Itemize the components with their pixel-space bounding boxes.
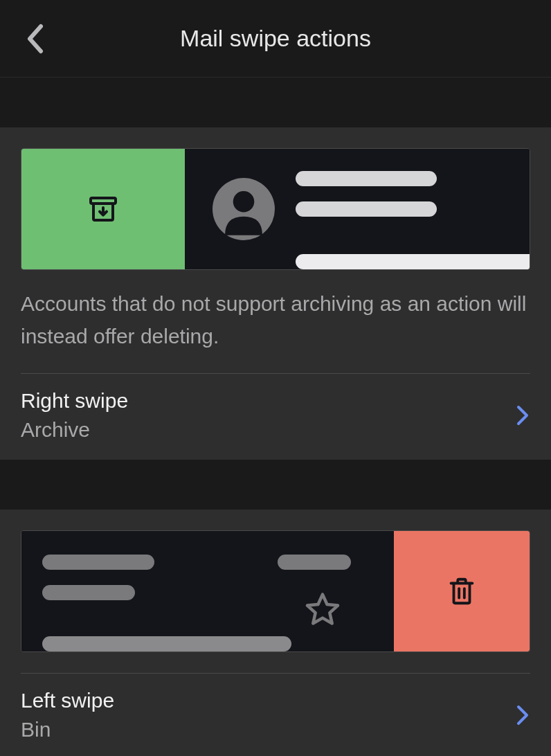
placeholder-line [42,555,154,570]
mail-item-preview [185,149,530,269]
svg-rect-0 [91,198,116,204]
back-button[interactable] [19,24,50,54]
mail-text-placeholder [275,149,530,269]
placeholder-line [278,555,351,570]
trash-icon [446,575,478,607]
archive-icon [87,192,120,226]
left-swipe-label: Left swipe [21,689,515,712]
right-swipe-value: Archive [21,418,515,442]
star-outline-icon [304,591,341,628]
right-swipe-preview [21,148,530,270]
page-title: Mail swipe actions [180,25,371,52]
right-swipe-setting[interactable]: Right swipe Archive [0,374,551,460]
chevron-right-icon [515,405,530,426]
chevron-left-icon [26,24,44,54]
placeholder-line [296,171,437,186]
left-swipe-preview [21,530,530,652]
left-swipe-value: Bin [21,718,515,741]
chevron-right-icon [515,705,530,726]
right-swipe-action-zone [21,149,185,269]
right-swipe-section: Accounts that do not support archiving a… [0,127,551,460]
placeholder-line [42,636,291,651]
setting-text: Right swipe Archive [21,389,515,442]
placeholder-line [296,254,530,269]
left-swipe-preview-container [0,510,551,652]
star-icon-wrap [304,591,341,631]
svg-point-2 [233,191,255,213]
left-swipe-action-zone [394,531,530,651]
section-gap [0,78,551,127]
right-swipe-label: Right swipe [21,389,515,413]
section-gap [0,460,551,510]
avatar-icon [213,178,275,240]
left-swipe-section: Left swipe Bin [0,510,551,756]
header-bar: Mail swipe actions [0,0,551,78]
mail-item-preview [21,531,394,651]
setting-text: Left swipe Bin [21,689,515,741]
right-swipe-preview-container [0,127,551,270]
right-swipe-description: Accounts that do not support archiving a… [0,270,551,373]
placeholder-line [296,201,437,217]
placeholder-line [42,585,135,600]
left-swipe-setting[interactable]: Left swipe Bin [0,674,551,756]
